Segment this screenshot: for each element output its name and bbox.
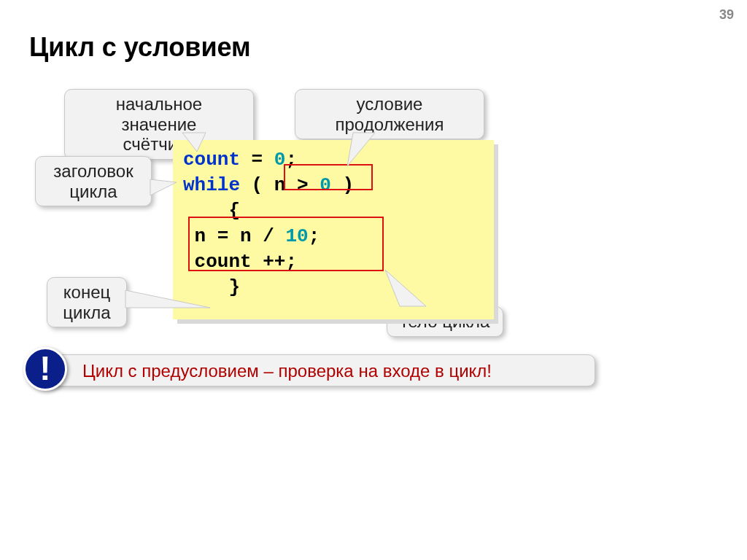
code-t: ; xyxy=(309,225,320,247)
code-t: count ++; xyxy=(183,251,297,273)
code-kw-while: while xyxy=(183,174,240,196)
page-title: Цикл с условием xyxy=(29,32,251,63)
code-num-10: 10 xyxy=(285,225,308,247)
label-loop-end: конеццикла xyxy=(47,277,127,327)
page-number: 39 xyxy=(719,7,734,23)
code-t: ) xyxy=(331,174,354,196)
code-num-0b: 0 xyxy=(320,174,331,196)
note-bar: Цикл с предусловием – проверка на входе … xyxy=(42,354,595,386)
code-brace-close: } xyxy=(183,276,240,298)
code-t: ( xyxy=(240,174,274,196)
label-continue-condition: условиепродолжения xyxy=(295,89,484,139)
code-num-0: 0 xyxy=(274,149,286,171)
code-t: n > xyxy=(274,174,320,196)
code-t: = xyxy=(240,149,274,171)
code-t: ; xyxy=(285,149,297,171)
exclamation-icon: ! xyxy=(23,347,67,391)
code-ident-count: count xyxy=(183,149,240,171)
code-t: n = n / xyxy=(183,225,285,247)
code-brace-open: { xyxy=(183,200,240,222)
label-loop-header: заголовокцикла xyxy=(35,156,152,206)
code-block: count = 0; while ( n > 0 ) { n = n / 10;… xyxy=(173,140,494,319)
